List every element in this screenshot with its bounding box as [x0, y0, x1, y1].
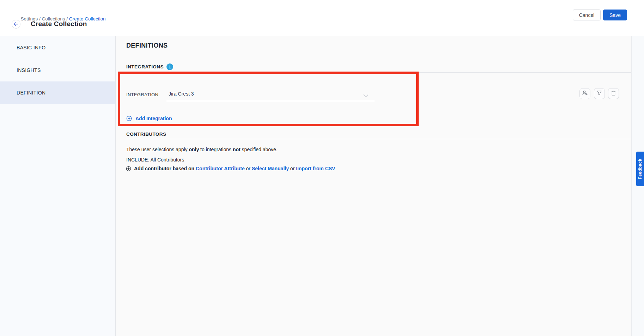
or-text: or [245, 166, 252, 171]
trash-icon [611, 90, 616, 97]
integration-row-label: INTEGRATION: [126, 92, 160, 97]
contributors-divider [126, 139, 631, 139]
chevron-down-icon [363, 93, 368, 99]
select-manually-link[interactable]: Select Manually [252, 166, 289, 171]
integrations-heading-label: INTEGRATIONS [126, 64, 164, 69]
feedback-tab[interactable]: Feedback [636, 152, 644, 186]
content-right-strip [631, 36, 644, 336]
filter-icon [597, 90, 602, 97]
add-contributor-text: Add contributor based on Contributor Att… [134, 166, 335, 171]
add-integration-link[interactable]: Add Integration [126, 116, 172, 121]
delete-button[interactable] [608, 88, 619, 99]
sidebar-item-basic-info[interactable]: BASIC INFO [0, 36, 115, 59]
page-header: Settings / Collections / Create Collecti… [0, 0, 644, 36]
contributors-heading: CONTRIBUTORS [126, 132, 166, 137]
add-user-icon [582, 90, 588, 97]
back-button[interactable] [12, 20, 20, 29]
or-text: or [289, 166, 296, 171]
sidebar-item-definition[interactable]: DEFINITION [0, 81, 115, 104]
add-contributor-prefix: Add contributor based on [134, 166, 196, 171]
page-title: Create Collection [31, 20, 87, 28]
plus-circle-icon [126, 116, 132, 121]
save-button[interactable]: Save [603, 10, 627, 20]
main-content [116, 36, 644, 336]
cancel-button[interactable]: Cancel [573, 10, 601, 20]
add-contributor-row: Add contributor based on Contributor Att… [126, 166, 335, 171]
integration-select-value: Jira Crest 3 [169, 91, 194, 97]
integrations-divider [126, 72, 631, 73]
filter-button[interactable] [594, 88, 605, 99]
back-arrow-icon [14, 21, 18, 28]
integration-select[interactable]: Jira Crest 3 [166, 88, 375, 101]
sidebar-item-insights[interactable]: INSIGHTS [0, 59, 115, 81]
feedback-tab-label: Feedback [638, 159, 643, 179]
import-from-csv-link[interactable]: Import from CSV [296, 166, 335, 171]
include-contributors-line: INCLUDE: All Contributors [126, 157, 184, 163]
contributor-attribute-link[interactable]: Contributor Attribute [196, 166, 245, 171]
definitions-section-title: DEFINITIONS [126, 42, 168, 49]
integrations-heading: INTEGRATIONS 1 [126, 63, 173, 70]
contributors-note: These user selections apply only to inte… [126, 147, 278, 152]
add-integration-label: Add Integration [135, 116, 172, 121]
add-user-button[interactable] [579, 88, 590, 99]
settings-sidebar: BASIC INFO INSIGHTS DEFINITION [0, 36, 116, 336]
integrations-count-badge: 1 [166, 63, 173, 70]
create-collection-page: Settings / Collections / Create Collecti… [0, 0, 644, 336]
plus-circle-icon [126, 166, 131, 171]
